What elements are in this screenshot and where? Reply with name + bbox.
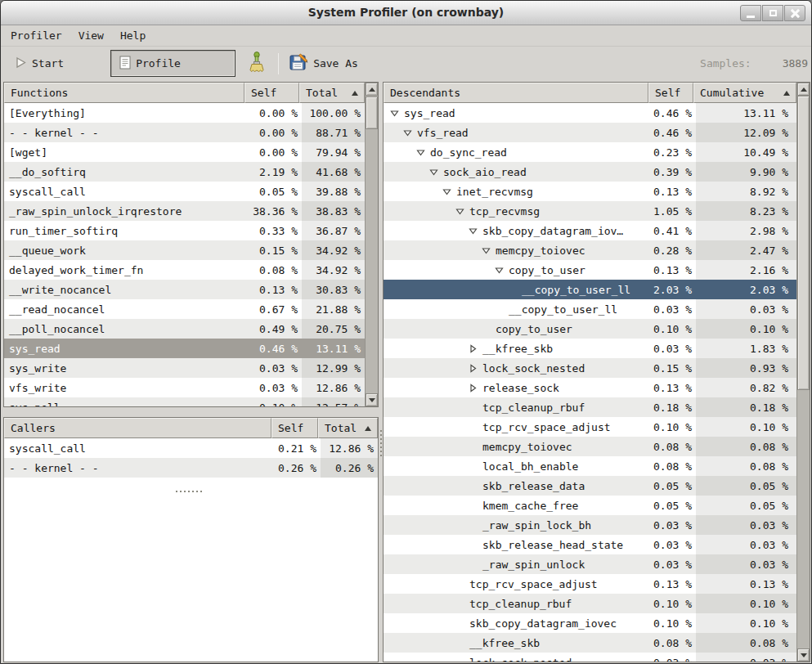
table-row[interactable]: run_timer_softirq0.33 %36.87 % <box>4 221 365 240</box>
close-button[interactable] <box>784 5 805 21</box>
cell-function-name: local_bh_enable <box>384 456 651 476</box>
reset-brush-button[interactable] <box>242 50 271 77</box>
save-as-button[interactable]: Save As <box>285 50 362 77</box>
tree-row[interactable]: tcp_rcv_space_adjust0.10 %0.10 % <box>384 417 796 437</box>
cell-total-percent: 12.86 % <box>302 378 365 397</box>
tree-row[interactable]: kmem_cache_free0.05 %0.05 % <box>384 496 796 515</box>
column-header-cumulative[interactable]: Cumulative <box>693 83 796 103</box>
table-row[interactable]: sys_write0.03 %12.99 % <box>4 358 365 378</box>
column-header-descendants[interactable]: Descendants <box>384 83 648 103</box>
tree-row[interactable]: tcp_recvmsg1.05 %8.23 % <box>384 201 796 221</box>
tree-row[interactable]: do_sync_read0.23 %10.49 % <box>384 142 796 162</box>
tree-row[interactable]: local_bh_enable0.08 %0.08 % <box>384 456 796 476</box>
table-row[interactable]: - - kernel - -0.26 %0.26 % <box>4 458 378 478</box>
table-row[interactable]: _raw_spin_unlock_irqrestore38.36 %38.83 … <box>4 201 365 221</box>
menu-profiler[interactable]: Profiler <box>2 27 70 44</box>
cell-total-percent: 0.18 % <box>696 397 796 417</box>
tree-node-label: lock_sock_nested <box>482 362 585 375</box>
maximize-button[interactable] <box>762 5 783 21</box>
tree-row[interactable]: copy_to_user0.13 %2.16 % <box>384 260 796 280</box>
column-header-functions[interactable]: Functions <box>4 83 244 103</box>
expander-open-icon[interactable] <box>416 148 430 157</box>
profile-button-label: Profile <box>136 57 181 70</box>
vertical-splitter-handle[interactable] <box>379 430 383 463</box>
start-button[interactable]: Start <box>6 50 73 77</box>
column-header-total[interactable]: Total <box>318 418 378 438</box>
tree-row[interactable]: skb_release_head_state0.03 %0.03 % <box>384 535 796 554</box>
scroll-up-button[interactable] <box>366 83 378 96</box>
expander-open-icon[interactable] <box>429 168 443 177</box>
table-row[interactable]: sys_poll0.10 %12.57 % <box>4 397 365 406</box>
tree-row[interactable]: __copy_to_user_ll2.03 %2.03 % <box>384 280 796 299</box>
tree-row[interactable]: inet_recvmsg0.13 %8.92 % <box>384 182 796 201</box>
menu-help[interactable]: Help <box>112 27 154 44</box>
table-row[interactable]: __queue_work0.15 %34.92 % <box>4 240 365 260</box>
tree-row[interactable]: _raw_spin_lock_bh0.03 %0.03 % <box>384 515 796 535</box>
scrollbar-thumb[interactable] <box>366 96 378 129</box>
tree-row[interactable]: skb_copy_datagram_iov…0.41 %2.98 % <box>384 221 796 240</box>
scroll-down-button[interactable] <box>366 393 378 406</box>
cell-self-percent: 0.49 % <box>247 319 302 339</box>
tree-row[interactable]: tcp_cleanup_rbuf0.10 %0.10 % <box>384 594 796 613</box>
table-row[interactable]: __write_nocancel0.13 %30.83 % <box>4 280 365 299</box>
expander-open-icon[interactable] <box>482 246 496 255</box>
expander-closed-icon[interactable] <box>469 344 482 353</box>
table-row[interactable]: [Everything]0.00 %100.00 % <box>4 103 365 123</box>
tree-row[interactable]: skb_copy_datagram_iovec0.10 %0.10 % <box>384 613 796 633</box>
tree-row[interactable]: vfs_read0.46 %12.09 % <box>384 123 796 142</box>
profile-toggle-button[interactable]: Profile <box>110 50 236 77</box>
table-row[interactable]: [wget]0.00 %79.94 % <box>4 142 365 162</box>
table-row[interactable]: delayed_work_timer_fn0.08 %34.92 % <box>4 260 365 280</box>
horizontal-splitter-handle[interactable] <box>176 489 205 493</box>
cell-total-percent: 2.16 % <box>696 260 796 280</box>
tree-row[interactable]: copy_to_user0.10 %0.10 % <box>384 319 796 339</box>
cell-self-percent: 38.36 % <box>247 201 302 221</box>
cell-total-percent: 10.49 % <box>696 142 796 162</box>
expander-open-icon[interactable] <box>469 227 482 236</box>
expander-closed-icon[interactable] <box>469 384 482 393</box>
table-row[interactable]: sys_read0.46 %13.11 % <box>4 339 365 358</box>
tree-row[interactable]: memcpy_toiovec0.08 %0.08 % <box>384 437 796 456</box>
expander-open-icon[interactable] <box>455 207 469 216</box>
tree-row[interactable]: tcp_rcv_space_adjust0.13 %0.13 % <box>384 574 796 594</box>
expander-closed-icon[interactable] <box>469 364 482 373</box>
table-row[interactable]: vfs_write0.03 %12.86 % <box>4 378 365 397</box>
scrollbar-thumb[interactable] <box>797 96 810 390</box>
expander-open-icon[interactable] <box>442 187 456 196</box>
tree-row[interactable]: lock_sock_nested0.15 %0.93 % <box>384 358 796 378</box>
functions-scrollbar[interactable] <box>365 83 378 406</box>
descendants-scrollbar[interactable] <box>796 83 810 662</box>
cell-total-percent: 0.03 % <box>696 653 796 662</box>
tree-row[interactable]: tcp_cleanup_rbuf0.18 %0.18 % <box>384 397 796 417</box>
column-header-total[interactable]: Total <box>299 83 365 103</box>
table-row[interactable]: syscall_call0.05 %39.88 % <box>4 182 365 201</box>
scroll-up-button[interactable] <box>797 83 810 96</box>
tree-row[interactable]: skb_release_data0.05 %0.05 % <box>384 476 796 496</box>
tree-row[interactable]: __kfree_skb0.03 %1.83 % <box>384 339 796 358</box>
titlebar[interactable]: System Profiler (on crownbay) <box>1 1 811 25</box>
table-row[interactable]: __do_softirq2.19 %41.68 % <box>4 162 365 182</box>
expander-open-icon[interactable] <box>403 128 417 137</box>
scroll-down-button[interactable] <box>797 648 810 662</box>
table-row[interactable]: syscall_call0.21 %12.86 % <box>4 438 378 458</box>
column-header-self[interactable]: Self <box>271 418 318 438</box>
tree-row[interactable]: sock_aio_read0.39 %9.90 % <box>384 162 796 182</box>
tree-row[interactable]: _raw_spin_unlock0.03 %0.03 % <box>384 554 796 574</box>
column-header-self[interactable]: Self <box>244 83 299 103</box>
expander-open-icon[interactable] <box>495 266 509 275</box>
tree-row[interactable]: memcpy_toiovec0.28 %2.47 % <box>384 240 796 260</box>
menu-view[interactable]: View <box>70 27 112 44</box>
table-row[interactable]: __poll_nocancel0.49 %20.75 % <box>4 319 365 339</box>
tree-row[interactable]: __kfree_skb0.08 %0.08 % <box>384 633 796 653</box>
tree-row[interactable]: release_sock0.13 %0.82 % <box>384 378 796 397</box>
table-row[interactable]: __read_nocancel0.67 %21.88 % <box>4 299 365 319</box>
tree-row[interactable]: lock_sock_nested0.03 %0.03 % <box>384 653 796 662</box>
tree-node-label: tcp_rcv_space_adjust <box>469 578 598 590</box>
tree-row[interactable]: __copy_to_user_ll0.03 %0.03 % <box>384 299 796 319</box>
table-row[interactable]: - - kernel - -0.00 %88.71 % <box>4 123 365 142</box>
column-header-callers[interactable]: Callers <box>4 418 271 438</box>
minimize-button[interactable] <box>740 5 761 21</box>
expander-open-icon[interactable] <box>390 109 404 118</box>
column-header-self[interactable]: Self <box>648 83 693 103</box>
tree-row[interactable]: sys_read0.46 %13.11 % <box>384 103 796 123</box>
